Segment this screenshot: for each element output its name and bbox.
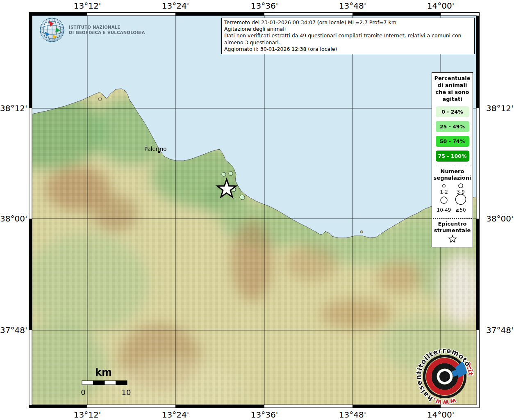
- event-info-box: Terremoto del 23-01-2026 00:34:07 (ora l…: [221, 18, 475, 54]
- signal-circle-medium-icon: [459, 184, 463, 188]
- legend: Percentuale di animali che si sono agita…: [432, 72, 473, 247]
- lon-label-top-1: 13°24': [157, 1, 194, 11]
- legend-class-label: 75 - 100%: [438, 153, 467, 159]
- lon-label-bottom-3: 13°48': [334, 410, 371, 420]
- event-updated: Aggiornato il: 30-01-2026 12:38 (ora loc…: [224, 46, 472, 52]
- legend-class-label: 25 - 49%: [440, 123, 465, 130]
- legend-class-swatch-3: 75 - 100%: [436, 151, 469, 162]
- lat-label-right-1: 38°00': [486, 214, 514, 224]
- legend-class-swatch-2: 50 - 74%: [436, 136, 469, 147]
- lon-label-top-0: 13°12': [69, 1, 106, 11]
- event-subtitle: Agitazione degli animali: [224, 26, 472, 32]
- legend-class-label: 50 - 74%: [440, 138, 465, 144]
- ingv-globe-icon: [39, 17, 65, 43]
- scale-unit: km: [95, 367, 112, 378]
- signal-circle-xlarge-icon: [456, 194, 466, 205]
- report-point: [240, 195, 245, 200]
- lon-label-bottom-0: 13°12': [69, 410, 106, 420]
- signal-size-key: 1-2 3-9 10-49 ≥50: [433, 182, 472, 214]
- legend-epicenter-title: Epicentro strumentale: [432, 219, 473, 234]
- signal-label-3-9: 3-9: [457, 189, 465, 195]
- city-label: Palermo: [144, 146, 167, 152]
- report-point: [222, 172, 226, 176]
- signal-label-1-2: 1-2: [440, 189, 448, 195]
- signal-label-10-49: 10-49: [437, 207, 451, 213]
- legend-class-label: 0 - 24%: [441, 109, 463, 115]
- ingv-name-line2: DI GEOFISICA E VULCANOLOGIA: [69, 30, 145, 35]
- lat-label-right-0: 38°12': [486, 103, 514, 113]
- epicenter-key-star-icon: [447, 235, 458, 244]
- ingv-name-line1: ISTITUTO NAZIONALE: [69, 25, 145, 30]
- event-title: Terremoto del 23-01-2026 00:34:07 (ora l…: [224, 19, 472, 26]
- lon-label-top-3: 13°48': [334, 1, 371, 11]
- lon-label-top-4: 14°00': [422, 1, 459, 11]
- legend-class-swatch-0: 0 - 24%: [436, 106, 469, 117]
- lat-label-left-2: 37°48': [0, 325, 27, 335]
- legend-divider: [433, 166, 472, 166]
- lat-label-left-0: 38°12': [0, 103, 27, 113]
- legend-title: Percentuale di animali che si sono agita…: [432, 73, 473, 103]
- lat-label-right-2: 37°48': [486, 325, 514, 335]
- islet: [98, 98, 102, 101]
- report-point: [229, 171, 233, 176]
- lon-label-bottom-1: 13°24': [157, 410, 194, 420]
- islet: [360, 231, 363, 233]
- map-canvas: Palermo km 0 10: [29, 12, 480, 408]
- ingv-logo: ISTITUTO NAZIONALE DI GEOFISICA E VULCAN…: [39, 17, 145, 43]
- city-palermo: Palermo: [144, 146, 167, 153]
- lon-label-top-2: 13°36': [246, 1, 283, 11]
- signal-label-50: ≥50: [455, 207, 466, 213]
- signal-circle-large-icon: [441, 197, 447, 203]
- legend-signals-title: Numero segnalazioni: [432, 167, 473, 181]
- scale-end: 10: [122, 388, 131, 397]
- lat-label-left-1: 38°00': [0, 214, 27, 224]
- lon-label-bottom-4: 14°00': [422, 410, 459, 420]
- event-disclaimer: Dati non verificati estratti da 49 quest…: [224, 32, 472, 46]
- signal-circle-small-icon: [443, 185, 445, 187]
- scale-start: 0: [81, 388, 85, 397]
- legend-divider: [433, 218, 472, 219]
- legend-class-swatch-1: 25 - 49%: [436, 121, 469, 132]
- lon-label-bottom-2: 13°36': [246, 410, 283, 420]
